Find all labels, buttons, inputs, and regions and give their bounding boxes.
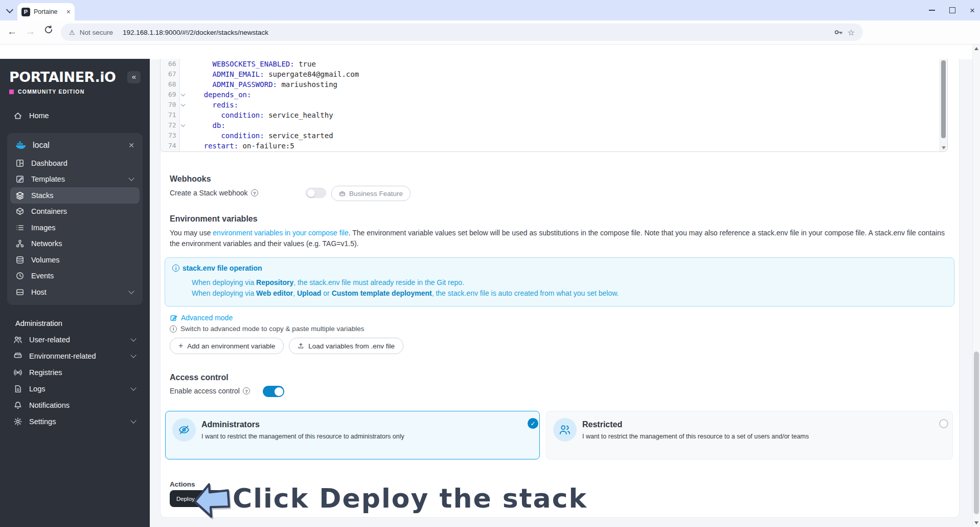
sidebar-item-stacks[interactable]: Stacks <box>10 187 140 204</box>
sidebar-item-registries[interactable]: Registries <box>7 364 143 381</box>
sidebar-item-host[interactable]: Host <box>10 284 140 300</box>
chevron-down-icon <box>130 336 136 341</box>
sidebar-item-events[interactable]: Events <box>10 268 140 284</box>
url-bar[interactable]: ⚠ Not secure 192.168.1.18:9000/#!/2/dock… <box>61 24 863 41</box>
help-icon[interactable]: ? <box>243 387 250 394</box>
refresh-icon[interactable] <box>44 25 53 34</box>
env-variables-description: You may use environment variables in you… <box>170 228 948 249</box>
stack-env-info-box: i stack.env file operation When deployin… <box>165 257 954 306</box>
code-line: depends_on: <box>187 90 251 100</box>
env-variables-heading: Environment variables <box>170 214 258 224</box>
chevron-down-icon <box>128 175 134 181</box>
gear-icon <box>13 417 22 426</box>
sidebar-item-templates[interactable]: Templates <box>10 171 140 188</box>
not-secure-warning-icon: ⚠ <box>69 29 75 36</box>
chevron-down-icon <box>130 385 136 390</box>
enable-access-control-label: Enable access control? <box>170 387 250 395</box>
info-icon: i <box>172 265 179 272</box>
radio-unselected-icon[interactable] <box>939 419 948 428</box>
actions-heading: Actions <box>170 480 195 488</box>
selected-check-icon: ✓ <box>528 418 538 429</box>
templates-icon <box>15 174 25 184</box>
sidebar-item-volumes[interactable]: Volumes <box>10 252 140 268</box>
sidebar-item-settings[interactable]: Settings <box>7 413 143 430</box>
access-control-toggle[interactable] <box>263 386 284 397</box>
page-scrollbar[interactable] <box>972 45 980 527</box>
administrators-title: Administrators <box>201 420 260 429</box>
chevron-down-icon <box>128 288 134 294</box>
info-icon: i <box>170 325 177 333</box>
business-feature-button[interactable]: Business Feature <box>331 186 411 201</box>
webhook-toggle[interactable] <box>306 188 326 198</box>
page-top-band <box>0 45 972 59</box>
volumes-icon <box>15 255 25 265</box>
eye-off-icon <box>172 418 196 442</box>
compose-code-editor[interactable]: 66 WEBSOCKETS_ENABLED: true 67 ADMIN_EMA… <box>160 59 948 152</box>
containers-icon <box>15 207 25 216</box>
bookmark-star-icon[interactable]: ☆ <box>848 28 855 37</box>
restricted-option-card[interactable]: Restricted I want to restrict the manage… <box>546 411 953 459</box>
sidebar-item-containers[interactable]: Containers <box>10 204 140 220</box>
compose-env-vars-link[interactable]: environment variables in your compose fi… <box>213 229 348 237</box>
tab-search-chevron-icon[interactable] <box>5 6 14 15</box>
load-env-file-button[interactable]: Load variables from .env file <box>289 338 403 354</box>
code-line: condition: service_healthy <box>187 110 333 120</box>
back-icon[interactable]: ← <box>7 26 17 37</box>
code-line: restart: on-failure:5 <box>187 141 294 151</box>
scroll-down-icon[interactable] <box>974 521 978 524</box>
forward-icon[interactable]: → <box>26 26 35 37</box>
not-secure-label: Not secure <box>80 29 118 36</box>
password-key-icon[interactable] <box>834 28 843 37</box>
scrollbar-thumb[interactable] <box>974 352 979 514</box>
editor-scroll-down-icon[interactable] <box>942 146 946 149</box>
advanced-mode-link[interactable]: Advanced mode <box>170 314 233 322</box>
sidebar-item-user-related[interactable]: User-related <box>7 332 143 348</box>
dashboard-icon <box>15 159 25 168</box>
window-close-icon[interactable]: × <box>970 6 975 15</box>
environment-header[interactable]: local ✕ <box>10 136 140 155</box>
window-maximize-icon[interactable] <box>949 7 955 13</box>
scroll-up-icon[interactable] <box>974 47 978 50</box>
annotation-arrow-left-icon <box>193 480 230 521</box>
sidebar-item-notifications[interactable]: Notifications <box>7 397 143 413</box>
file-log-icon <box>13 384 22 393</box>
fold-chevron-icon[interactable] <box>181 92 185 96</box>
sidebar-item-environment-related[interactable]: Environment-related <box>7 348 143 364</box>
sidebar-item-images[interactable]: Images <box>10 219 140 236</box>
environment-panel: local ✕ Dashboard Templates Stacks Conta… <box>7 133 143 305</box>
add-env-variable-button[interactable]: + Add an environment variable <box>170 338 284 354</box>
browser-tab[interactable]: P Portaine × <box>17 3 75 20</box>
editor-scrollbar[interactable] <box>940 59 947 151</box>
info-box-line1: When deploying via Repository, the stack… <box>192 278 464 287</box>
edition-badge-square <box>9 90 14 94</box>
sidebar-item-dashboard[interactable]: Dashboard <box>10 155 140 171</box>
edition-badge: COMMUNITY EDITION <box>0 85 150 95</box>
code-line: db: <box>187 120 225 130</box>
administrators-option-card[interactable]: Administrators I want to restrict the ma… <box>165 411 540 459</box>
sidebar-item-home[interactable]: Home <box>7 107 143 124</box>
webhooks-heading: Webhooks <box>170 174 211 184</box>
events-clock-icon <box>15 271 25 280</box>
home-icon <box>13 111 22 120</box>
url-text: 192.168.1.18:9000/#!/2/docker/stacks/new… <box>123 29 268 36</box>
sidebar-item-networks[interactable]: Networks <box>10 236 140 252</box>
window-minimize-icon[interactable] <box>929 10 935 11</box>
sidebar-collapse-button[interactable]: « <box>127 71 141 83</box>
sidebar-item-logs[interactable]: Logs <box>7 381 143 397</box>
environment-name: local <box>33 141 50 150</box>
advanced-mode-note: i Switch to advanced mode to copy & past… <box>170 325 364 333</box>
access-control-heading: Access control <box>170 373 229 382</box>
editor-scrollbar-thumb[interactable] <box>941 60 946 138</box>
help-icon[interactable]: ? <box>251 189 258 196</box>
networks-icon <box>15 239 25 248</box>
tab-close-icon[interactable]: × <box>66 8 71 15</box>
users-group-icon <box>553 418 577 442</box>
upload-icon <box>298 342 304 349</box>
images-icon <box>15 223 25 232</box>
code-line: ADMIN_PASSWORD: mariushosting <box>187 79 337 90</box>
info-box-title: stack.env file operation <box>183 264 262 272</box>
fold-chevron-icon[interactable] <box>181 102 185 106</box>
fold-chevron-icon[interactable] <box>181 123 185 127</box>
environment-close-icon[interactable]: ✕ <box>128 141 134 149</box>
info-box-line2: When deploying via Web editor, Upload or… <box>192 289 619 297</box>
